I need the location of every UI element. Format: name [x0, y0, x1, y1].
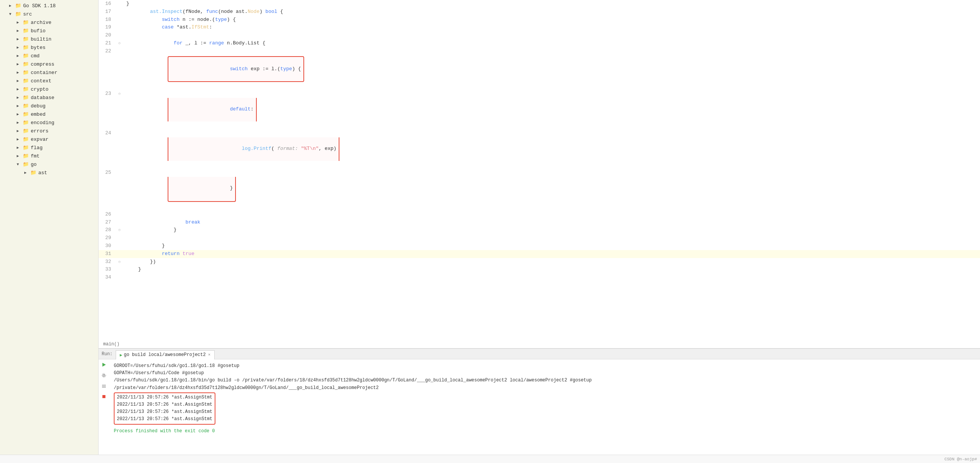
- arrow-icon: ▶: [17, 37, 21, 42]
- arrow-icon: ▶: [17, 120, 21, 125]
- output-line-ast-3: 2022/11/13 20:57:26 *ast.AssignStmt: [117, 408, 212, 415]
- sidebar-item-debug[interactable]: ▶ 📁 debug: [0, 102, 98, 110]
- arrow-icon: ▶: [17, 112, 21, 117]
- sidebar-item-label: go: [31, 162, 37, 168]
- code-line-21: 21 ⊖ for _, l := range n.Body.List {: [99, 40, 980, 48]
- sidebar-item-bytes[interactable]: ▶ 📁 bytes: [0, 43, 98, 52]
- sidebar-item-container[interactable]: ▶ 📁 container: [0, 68, 98, 77]
- run-clear-button[interactable]: [100, 382, 108, 390]
- code-line-28: 28 ⊖ }: [99, 226, 980, 234]
- sidebar-item-database[interactable]: ▶ 📁 database: [0, 93, 98, 102]
- arrow-icon: ▶: [24, 171, 29, 175]
- sidebar-item-label: errors: [31, 128, 49, 134]
- line-number: 17: [99, 8, 116, 16]
- run-settings-button[interactable]: [100, 372, 108, 379]
- svg-marker-0: [102, 363, 106, 367]
- sidebar-item-encoding[interactable]: ▶ 📁 encoding: [0, 118, 98, 127]
- code-line-24: 24 log.Printf( format: "%T\n", exp): [99, 129, 980, 169]
- line-content: }: [123, 266, 980, 274]
- folder-icon: 📁: [23, 36, 29, 42]
- sidebar-item-label: Go SDK 1.18: [23, 3, 56, 9]
- code-line-26: 26: [99, 211, 980, 219]
- line-content: }): [123, 258, 980, 266]
- line-number: 23: [99, 90, 116, 129]
- line-number: 22: [99, 48, 116, 90]
- line-number: 18: [99, 16, 116, 24]
- run-stop-button[interactable]: [100, 393, 108, 401]
- arrow-icon: ▶: [9, 3, 14, 8]
- sidebar-item-label: src: [23, 11, 32, 17]
- run-play-button[interactable]: [100, 361, 108, 369]
- folder-icon: 📁: [23, 136, 29, 142]
- arrow-icon: ▶: [17, 87, 21, 91]
- folder-icon: 📁: [23, 111, 29, 117]
- line-number: 21: [99, 40, 116, 48]
- sidebar-item-ast[interactable]: ▶ 📁 ast: [0, 169, 98, 177]
- sidebar-item-src[interactable]: ▼ 📁 src: [0, 10, 98, 18]
- sidebar-item-label: context: [31, 78, 52, 84]
- folder-icon: 📁: [23, 78, 29, 84]
- folder-icon: 📁: [23, 86, 29, 92]
- line-number: 29: [99, 234, 116, 242]
- run-tab-label: go build local/awesomeProject2: [124, 352, 205, 358]
- editor-area: 16 } 17 ast.Inspect(fNode, func(node ast…: [99, 0, 980, 455]
- sidebar-item-label: archive: [31, 20, 52, 26]
- arrow-icon: ▶: [17, 29, 21, 33]
- sidebar-item-cmd[interactable]: ▶ 📁 cmd: [0, 52, 98, 60]
- code-line-23: 23 ⊖ default:: [99, 90, 980, 129]
- arrow-icon: ▶: [17, 20, 21, 25]
- line-gutter: [116, 24, 123, 32]
- sidebar-item-expvar[interactable]: ▶ 📁 expvar: [0, 135, 98, 144]
- line-content: switch n := node.(type) {: [123, 16, 980, 24]
- sidebar-item-go[interactable]: ▼ 📁 go: [0, 160, 98, 169]
- sidebar-item-gosdk[interactable]: ▶ 📁 Go SDK 1.18: [0, 2, 98, 10]
- sidebar-item-label: debug: [31, 103, 46, 109]
- code-line-18: 18 switch n := node.(type) {: [99, 16, 980, 24]
- line-number: 24: [99, 129, 116, 169]
- line-gutter: [116, 48, 123, 90]
- sidebar-item-crypto[interactable]: ▶ 📁 crypto: [0, 85, 98, 93]
- sidebar-item-flag[interactable]: ▶ 📁 flag: [0, 144, 98, 152]
- code-table: 16 } 17 ast.Inspect(fNode, func(node ast…: [99, 0, 980, 282]
- sidebar-item-compress[interactable]: ▶ 📁 compress: [0, 60, 98, 68]
- sidebar-item-bufio[interactable]: ▶ 📁 bufio: [0, 27, 98, 35]
- folder-icon: 📁: [23, 19, 29, 26]
- line-content: default:: [123, 90, 980, 129]
- line-content: for _, l := range n.Body.List {: [123, 40, 980, 48]
- arrow-icon: ▶: [17, 154, 21, 158]
- line-number: 28: [99, 226, 116, 234]
- line-gutter: [116, 219, 123, 227]
- sidebar-item-context[interactable]: ▶ 📁 context: [0, 77, 98, 85]
- folder-icon: 📁: [23, 145, 29, 151]
- folder-icon: 📁: [23, 45, 29, 51]
- line-content: [123, 234, 980, 242]
- line-gutter: ⊖: [116, 40, 123, 48]
- line-gutter: [116, 274, 123, 282]
- run-tab-bar: Run: ▶ go build local/awesomeProject2 ×: [99, 349, 980, 359]
- file-tree-sidebar: ▶ 📁 Go SDK 1.18 ▼ 📁 src ▶ 📁 archive ▶ 📁 …: [0, 0, 99, 455]
- line-number: 16: [99, 0, 116, 8]
- sidebar-item-archive[interactable]: ▶ 📁 archive: [0, 18, 98, 27]
- code-line-16: 16 }: [99, 0, 980, 8]
- line-number: 26: [99, 211, 116, 219]
- sidebar-item-label: encoding: [31, 120, 54, 126]
- line-content: case *ast.IfStmt:: [123, 24, 980, 32]
- sidebar-item-embed[interactable]: ▶ 📁 embed: [0, 110, 98, 118]
- sidebar-item-builtin[interactable]: ▶ 📁 builtin: [0, 35, 98, 43]
- run-tab-icon: ▶: [120, 353, 123, 358]
- sidebar-item-errors[interactable]: ▶ 📁 errors: [0, 127, 98, 135]
- line-number: 31: [99, 250, 116, 258]
- code-line-33: 33 }: [99, 266, 980, 274]
- sidebar-item-label: expvar: [31, 137, 49, 142]
- folder-icon: 📁: [23, 28, 29, 34]
- line-gutter: [116, 0, 123, 8]
- code-line-17: 17 ast.Inspect(fNode, func(node ast.Node…: [99, 8, 980, 16]
- line-content: return true: [123, 250, 980, 258]
- run-tab[interactable]: ▶ go build local/awesomeProject2 ×: [116, 350, 215, 359]
- folder-icon: 📁: [23, 103, 29, 109]
- code-editor[interactable]: 16 } 17 ast.Inspect(fNode, func(node ast…: [99, 0, 980, 340]
- line-number: 34: [99, 274, 116, 282]
- tab-close-button[interactable]: ×: [208, 353, 210, 357]
- output-line-build: /Users/fuhui/sdk/go1.18/go1.18/bin/go bu…: [114, 377, 977, 384]
- sidebar-item-fmt[interactable]: ▶ 📁 fmt: [0, 152, 98, 160]
